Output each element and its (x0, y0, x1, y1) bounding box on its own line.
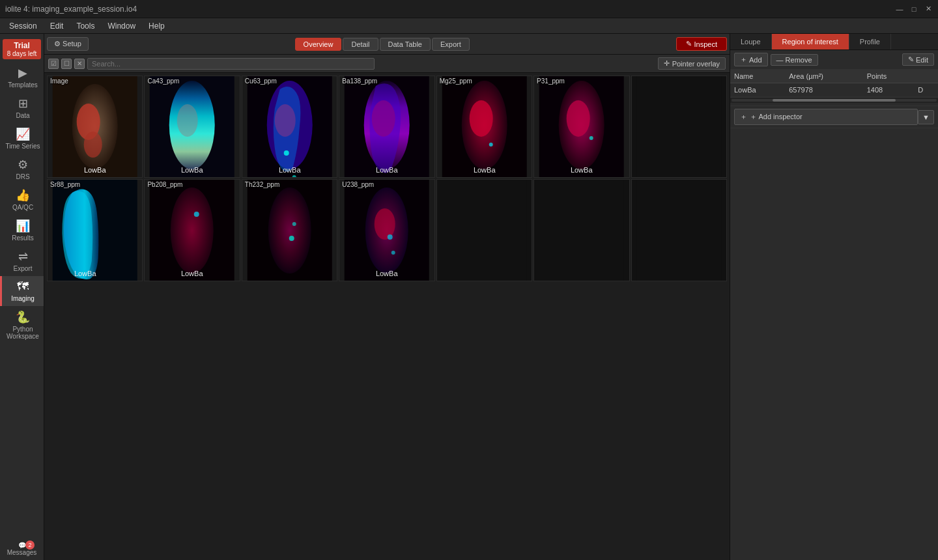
cell-label-u238: U238_ppm (342, 181, 374, 188)
sidebar-item-timeseries[interactable]: 📈 Time Series (0, 123, 44, 154)
svg-rect-46 (442, 180, 526, 281)
menu-tools[interactable]: Tools (70, 20, 101, 32)
pointer-overlay-button[interactable]: ✛ Pointer overlay (658, 57, 726, 70)
svg-point-22 (489, 143, 492, 147)
grid-cell-ba138[interactable]: Ba138_ppm (339, 76, 434, 178)
remove-icon: — (776, 56, 784, 64)
results-label: Results (12, 234, 33, 242)
svg-point-39 (292, 222, 296, 226)
grid-cell-photo[interactable]: Image LowBa (47, 76, 143, 178)
tab-overview[interactable]: Overview (295, 38, 342, 51)
cell-image-cu63: LowBa (242, 76, 337, 177)
close-button[interactable]: ✕ (924, 5, 933, 14)
grid-cell-u238[interactable]: U238_ppm (339, 179, 434, 281)
search-input[interactable] (87, 58, 375, 70)
clear-filter-icon[interactable]: ✕ (74, 59, 85, 69)
setup-button[interactable]: ⚙ Setup (47, 37, 89, 51)
sidebar-item-drs[interactable]: ⚙ DRS (0, 154, 44, 184)
python-icon: 🐍 (16, 310, 30, 324)
cell-label-cu63: Cu63_ppm (245, 77, 277, 85)
add-inspector-dropdown-button[interactable]: ▼ (918, 110, 934, 124)
roi-delete[interactable]: D (914, 83, 938, 97)
tab-profile[interactable]: Profile (849, 34, 891, 49)
remove-roi-button[interactable]: — Remove (771, 54, 818, 66)
grid-cell-pb208[interactable]: Pb208_ppm LowBa (144, 179, 240, 281)
results-icon: 📊 (16, 219, 30, 233)
cell-image-empty4 (632, 180, 726, 281)
menu-edit[interactable]: Edit (44, 20, 70, 32)
cell-image-empty1 (632, 76, 726, 177)
menu-session[interactable]: Session (3, 20, 44, 32)
pointer-label: Pointer overlay (672, 60, 720, 68)
tab-export[interactable]: Export (432, 38, 470, 51)
sidebar-item-export[interactable]: ⇌ Export (0, 245, 44, 276)
hscrollbar-thumb[interactable] (773, 99, 896, 102)
maximize-button[interactable]: □ (909, 5, 918, 14)
sidebar-item-python[interactable]: 🐍 Python Workspace (0, 306, 44, 344)
cell-image-ba138: LowBa (339, 76, 434, 177)
cell-image-sr88: LowBa (48, 180, 142, 281)
sidebar-item-data[interactable]: ⊞ Data (0, 92, 44, 123)
svg-text:LowBa: LowBa (74, 270, 97, 277)
table-header-row: Name Area (µm²) Points (730, 70, 938, 83)
grid-row-1: Image LowBa (47, 76, 727, 178)
window-controls[interactable]: — □ ✕ (895, 5, 933, 14)
check-all-icon[interactable]: ☑ (48, 59, 59, 69)
cell-image-th232 (242, 180, 337, 281)
table-row[interactable]: LowBa 657978 1408 D (730, 83, 938, 97)
add-inspector-bar: ＋ ＋ Add inspector ▼ (730, 105, 938, 128)
tab-detail[interactable]: Detail (343, 38, 378, 51)
svg-point-43 (388, 234, 393, 240)
main-content: ⚙ Setup Overview Detail Data Table Expor… (44, 34, 730, 560)
grid-cell-empty2 (436, 179, 532, 281)
roi-points: 1408 (863, 83, 915, 97)
grid-cell-ca43[interactable]: Ca43_ppm (144, 76, 240, 178)
tab-datatable[interactable]: Data Table (380, 38, 431, 51)
roi-table-container: Name Area (µm²) Points LowBa 657978 1408… (730, 70, 938, 98)
edit-icon: ✎ (908, 55, 914, 64)
cell-image-empty3 (534, 180, 629, 281)
trial-label: Trial (7, 41, 37, 50)
tab-roi[interactable]: Region of interest (772, 34, 849, 49)
sidebar-item-results[interactable]: 📊 Results (0, 215, 44, 245)
inspect-button[interactable]: ✎ Inspect (676, 37, 727, 51)
cell-label-mg25: Mg25_ppm (440, 77, 472, 85)
menu-help[interactable]: Help (142, 20, 171, 32)
export-label: Export (14, 265, 33, 272)
image-grid[interactable]: Image LowBa (44, 73, 730, 560)
grid-cell-empty1 (631, 76, 727, 178)
col-area: Area (µm²) (785, 70, 863, 83)
svg-point-12 (284, 150, 289, 156)
sidebar-item-qaqc[interactable]: 👍 QA/QC (0, 184, 44, 215)
sidebar-item-imaging[interactable]: 🗺 Imaging (0, 276, 44, 306)
uncheck-all-icon[interactable]: ☐ (61, 59, 72, 69)
imaging-label: Imaging (11, 295, 35, 302)
sidebar-item-templates[interactable]: ▶ Templates (0, 62, 44, 92)
grid-cell-empty3 (533, 179, 629, 281)
svg-point-37 (268, 188, 311, 273)
add-roi-button[interactable]: ＋ Add (734, 53, 768, 66)
grid-cell-cu63[interactable]: Cu63_ppm (242, 76, 337, 178)
svg-text:LowBa: LowBa (376, 270, 399, 277)
table-hscrollbar[interactable] (730, 98, 938, 103)
svg-point-7 (177, 104, 198, 137)
add-label: Add (749, 56, 762, 64)
tab-loupe[interactable]: Loupe (730, 34, 772, 49)
grid-cell-th232[interactable]: Th232_ppm (242, 179, 337, 281)
sidebar-item-messages[interactable]: 2 💬 Messages (0, 538, 44, 560)
svg-point-34 (194, 212, 199, 217)
grid-cell-sr88[interactable]: Sr88_ppm LowBa (47, 179, 143, 281)
inspector-toolbar: ＋ Add — Remove ✎ Edit (730, 50, 938, 70)
svg-text:LowBa: LowBa (181, 166, 204, 174)
add-inspector-button[interactable]: ＋ ＋ Add inspector (734, 109, 918, 125)
edit-roi-button[interactable]: ✎ Edit (902, 53, 934, 66)
svg-point-27 (590, 136, 593, 140)
grid-cell-p31[interactable]: P31_ppm LowBa (533, 76, 629, 178)
menu-window[interactable]: Window (101, 20, 142, 32)
grid-cell-mg25[interactable]: Mg25_ppm LowBa (436, 76, 532, 178)
cell-image-empty2 (437, 180, 532, 281)
minimize-button[interactable]: — (895, 5, 904, 14)
messages-icon: 💬 (18, 542, 26, 549)
pointer-icon: ✛ (664, 59, 670, 68)
svg-point-44 (391, 251, 395, 255)
